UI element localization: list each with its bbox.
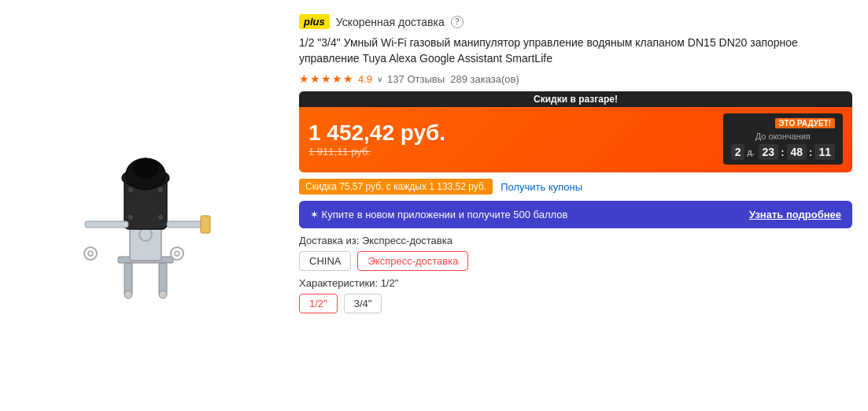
app-promo-banner[interactable]: ✶ Купите в новом приложении и получите 5… (299, 201, 852, 228)
app-promo-left: ✶ Купите в новом приложении и получите 5… (310, 209, 567, 220)
svg-point-12 (157, 187, 164, 193)
product-image (35, 95, 256, 316)
char-options: 1/2" 3/4" (299, 294, 852, 313)
its-good-badge: ЭТО РАДУЕТ! (775, 118, 836, 128)
svg-point-14 (157, 214, 164, 220)
characteristics-label: Характеристики: 1/2" (299, 277, 852, 289)
reviews-count: 137 Отзывы 289 заказа(ов) (387, 73, 519, 85)
sale-header: Скидки в разгаре! (299, 91, 852, 107)
timer-minutes: 48 (787, 144, 807, 160)
svg-point-13 (127, 214, 134, 220)
timer-colon-2: : (809, 146, 812, 158)
stars: ★ ★ ★ ★ ★ (299, 72, 353, 85)
price-right: ЭТО РАДУЕТ! До окончания 2 д. 23 : 48 : … (723, 113, 843, 165)
coupon-badge: Скидка 75,57 руб. с каждых 1 133,52 руб. (299, 179, 493, 194)
svg-point-20 (84, 247, 97, 260)
delivery-option-express[interactable]: Экспресс-доставка (357, 251, 468, 271)
timer-days-label: д. (747, 148, 754, 157)
timer-colon-1: : (781, 146, 784, 158)
svg-point-21 (88, 251, 93, 256)
svg-point-4 (159, 291, 167, 298)
svg-rect-1 (124, 263, 132, 294)
timer-seconds: 11 (814, 144, 835, 160)
delivery-option-china[interactable]: CHINA (299, 251, 351, 271)
chevron-down-icon[interactable]: ∨ (377, 75, 382, 83)
product-details: plus Ускоренная доставка ? 1/2 "3/4" Умн… (291, 0, 868, 411)
star-2: ★ (310, 72, 320, 85)
current-price: 1 452,42 руб. (308, 120, 445, 146)
plus-delivery-row: plus Ускоренная доставка ? (299, 14, 852, 29)
char-option-half[interactable]: 1/2" (299, 294, 338, 313)
until-end-label: До окончания (755, 131, 811, 141)
product-image-section (0, 0, 291, 411)
svg-rect-5 (130, 225, 161, 261)
app-promo-text: ✶ Купите в новом приложении и получите 5… (310, 209, 567, 220)
delivery-fast-label: Ускоренная доставка (336, 16, 445, 28)
help-icon[interactable]: ? (451, 16, 464, 28)
rating-row: ★ ★ ★ ★ ★ 4.9 ∨ 137 Отзывы 289 заказа(ов… (299, 72, 852, 85)
delivery-label: Доставка из: Экспресс-доставка (299, 235, 852, 246)
delivery-options: CHINA Экспресс-доставка (299, 251, 852, 271)
price-content: 1 452,42 руб. 1 911,11 руб. ЭТО РАДУЕТ! … (299, 107, 852, 172)
price-block: Скидки в разгаре! 1 452,42 руб. 1 911,11… (299, 91, 852, 172)
char-option-three-quarter[interactable]: 3/4" (344, 294, 382, 313)
coupon-row: Скидка 75,57 руб. с каждых 1 133,52 руб.… (299, 179, 852, 194)
svg-point-3 (124, 291, 132, 298)
svg-rect-19 (85, 221, 128, 228)
svg-point-17 (171, 247, 183, 260)
timer-hours: 23 (759, 144, 779, 160)
learn-more-link[interactable]: Узнать подробнее (749, 209, 841, 220)
get-coupon-link[interactable]: Получить купоны (500, 181, 582, 193)
timer-row: 2 д. 23 : 48 : 11 (731, 144, 835, 160)
star-1: ★ (299, 72, 309, 85)
timer-days: 2 (731, 144, 745, 160)
star-3: ★ (321, 72, 331, 85)
svg-rect-16 (201, 216, 210, 233)
characteristics-section: Характеристики: 1/2" 1/2" 3/4" (299, 277, 852, 313)
svg-rect-10 (134, 158, 157, 178)
svg-point-18 (175, 251, 179, 256)
product-title: 1/2 "3/4" Умный Wi-Fi газовый манипулято… (299, 35, 852, 66)
old-price: 1 911,11 руб. (308, 146, 445, 157)
star-5: ★ (343, 72, 353, 85)
star-4: ★ (332, 72, 342, 85)
price-left: 1 452,42 руб. 1 911,11 руб. (308, 120, 445, 157)
svg-rect-2 (159, 263, 167, 294)
plus-badge[interactable]: plus (299, 14, 330, 29)
svg-point-11 (127, 187, 134, 193)
delivery-section: Доставка из: Экспресс-доставка CHINA Экс… (299, 235, 852, 271)
rating-number[interactable]: 4.9 (358, 73, 372, 85)
